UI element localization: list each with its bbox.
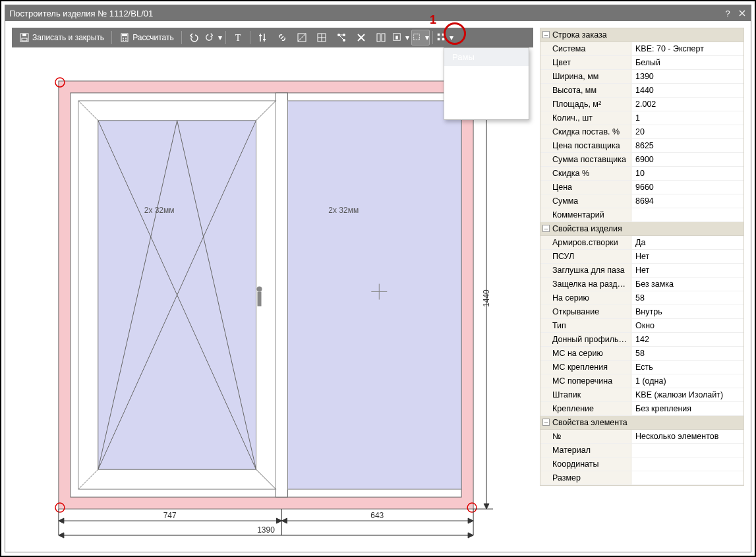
svg-rect-10 (259, 35, 262, 36)
redo-icon (205, 32, 214, 43)
calc-button[interactable]: Рассчитать (115, 30, 179, 45)
prop-value[interactable]: 8694 (631, 194, 743, 208)
window-title: Построитель изделия № 1112/BL/01 (9, 9, 153, 18)
prop-value[interactable]: 20 (631, 125, 743, 138)
prop-row[interactable]: Ширина, мм1390 (540, 70, 743, 84)
prop-row[interactable]: Цена поставщика8625 (540, 139, 743, 153)
prop-value[interactable] (631, 471, 743, 484)
prop-row[interactable]: Заглушка для пазаНет (540, 264, 743, 278)
prop-value[interactable]: Да (631, 236, 743, 249)
settings-button[interactable] (253, 30, 272, 45)
svg-rect-21 (413, 34, 419, 40)
dropdown-item[interactable]: Рамы (444, 48, 529, 66)
dropdown-item[interactable]: Импосты (444, 84, 529, 102)
prop-row[interactable]: Координаты (540, 457, 743, 471)
prop-value[interactable] (631, 457, 743, 471)
prop-value[interactable]: Белый (631, 56, 743, 69)
prop-group-header[interactable]: –Свойства изделия (540, 222, 743, 236)
collapse-icon[interactable]: – (542, 225, 550, 232)
prop-value[interactable]: Нет (631, 264, 743, 277)
prop-group-header[interactable]: –Строка заказа (540, 28, 743, 42)
prop-value[interactable]: Несколько элементов (631, 430, 743, 443)
prop-value[interactable]: 10 (631, 167, 743, 180)
prop-row[interactable]: Цена9660 (540, 181, 743, 194)
prop-row[interactable]: Материал (540, 444, 743, 457)
prop-row[interactable]: СистемаKBE: 70 - Эксперт (540, 42, 743, 56)
prop-value[interactable]: 2.002 (631, 98, 743, 111)
prop-row[interactable]: ЦветБелый (540, 56, 743, 70)
prop-label: Скидка постав. % (540, 125, 631, 138)
prop-value[interactable]: 6900 (631, 153, 743, 166)
prop-value[interactable] (631, 444, 743, 457)
prop-value[interactable]: KBE (жалюзи Изолайт) (631, 388, 743, 401)
prop-value[interactable]: 58 (631, 291, 743, 305)
redo-button[interactable]: ▾ (204, 30, 223, 45)
delete-button[interactable] (352, 30, 370, 45)
svg-rect-11 (263, 39, 266, 40)
svg-rect-37 (287, 101, 461, 489)
prop-value[interactable]: 58 (631, 347, 743, 360)
prop-row[interactable]: Колич., шт1 (540, 111, 743, 125)
prop-value[interactable]: 142 (631, 333, 743, 346)
annotation-circle (444, 22, 466, 45)
prop-row[interactable]: Армиров.створкиДа (540, 236, 743, 250)
prop-row[interactable]: МС поперечина1 (одна) (540, 374, 743, 388)
grid-button[interactable] (312, 30, 331, 45)
toolbar: Записать и закрыть Рассчитать ▾ T (12, 28, 533, 47)
prop-value[interactable]: 1440 (631, 84, 743, 97)
undo-button[interactable] (185, 30, 203, 45)
prop-value[interactable]: 9660 (631, 181, 743, 194)
collapse-icon[interactable]: – (542, 31, 550, 38)
layout-button[interactable] (372, 30, 390, 45)
sash-button[interactable] (293, 30, 311, 45)
dropdown-item[interactable]: Створки (444, 66, 529, 84)
prop-row[interactable]: ПСУЛНет (540, 250, 743, 264)
prop-value[interactable] (631, 208, 743, 221)
text-tool-button[interactable]: T (229, 30, 247, 45)
collapse-icon[interactable]: – (542, 419, 550, 426)
prop-row[interactable]: МС на серию58 (540, 347, 743, 361)
prop-value[interactable]: 1 (одна) (631, 374, 743, 388)
svg-point-5 (123, 38, 124, 39)
prop-row[interactable]: Размер (540, 471, 743, 485)
prop-value[interactable]: Есть (631, 361, 743, 374)
prop-row[interactable]: ШтапикKBE (жалюзи Изолайт) (540, 388, 743, 402)
save-close-button[interactable]: Записать и закрыть (15, 30, 109, 45)
svg-rect-18 (382, 34, 385, 42)
prop-row[interactable]: Донный профиль 70142 (540, 333, 743, 347)
prop-row[interactable]: На серию58 (540, 291, 743, 305)
prop-value[interactable]: Окно (631, 319, 743, 332)
dropdown-item[interactable]: Заполнения (444, 102, 529, 119)
prop-value[interactable]: Внутрь (631, 305, 743, 318)
prop-row[interactable]: №Несколько элементов (540, 430, 743, 444)
calc-label: Рассчитать (132, 33, 174, 42)
svg-rect-22 (438, 34, 440, 36)
select-button[interactable]: ▾ (411, 30, 430, 45)
prop-row[interactable]: Площадь, м²2.002 (540, 98, 743, 111)
prop-row[interactable]: Комментарий (540, 208, 743, 222)
prop-value[interactable]: 1 (631, 111, 743, 125)
prop-value[interactable]: 1390 (631, 70, 743, 83)
hardware-button[interactable]: ▾ (392, 30, 410, 45)
prop-row[interactable]: Сумма8694 (540, 194, 743, 208)
prop-value[interactable]: Без замка (631, 278, 743, 291)
connector-button[interactable] (332, 30, 351, 45)
prop-row[interactable]: Сумма поставщика6900 (540, 153, 743, 167)
prop-value[interactable]: 8625 (631, 139, 743, 152)
prop-row[interactable]: Высота, мм1440 (540, 84, 743, 98)
prop-row[interactable]: Защелка на раздвиж.Без замка (540, 278, 743, 291)
prop-row[interactable]: ОткрываниеВнутрь (540, 305, 743, 319)
prop-row[interactable]: МС крепленияЕсть (540, 361, 743, 374)
link-button[interactable] (273, 30, 291, 45)
drawing-canvas[interactable]: 2x 32мм 2x 32мм 1440 (12, 47, 533, 545)
prop-row[interactable]: Скидка %10 (540, 167, 743, 181)
prop-row[interactable]: ТипОкно (540, 319, 743, 333)
prop-value[interactable]: Без крепления (631, 402, 743, 415)
prop-row[interactable]: КреплениеБез крепления (540, 402, 743, 416)
prop-row[interactable]: Скидка постав. %20 (540, 125, 743, 139)
close-icon[interactable] (738, 9, 747, 18)
prop-group-header[interactable]: –Свойства элемента (540, 416, 743, 430)
prop-value[interactable]: KBE: 70 - Эксперт (631, 42, 743, 55)
help-icon[interactable]: ? (723, 9, 732, 18)
prop-value[interactable]: Нет (631, 250, 743, 263)
